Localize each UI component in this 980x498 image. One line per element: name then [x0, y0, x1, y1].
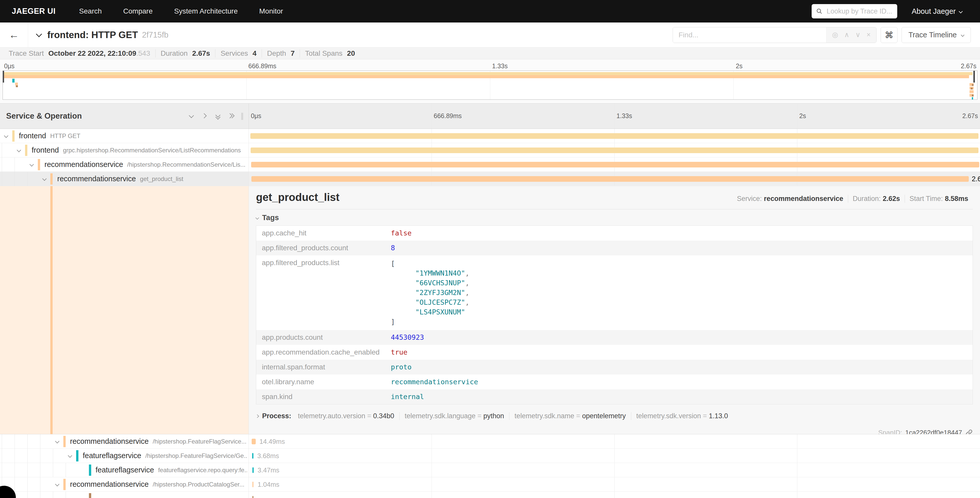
span-operation: HTTP GET [50, 132, 80, 140]
span-timeline-cell[interactable]: 3.68ms [249, 449, 980, 463]
span-duration-bar[interactable] [251, 147, 978, 153]
span-name-cell[interactable]: featureflagservice featureflagservice.re… [0, 463, 249, 477]
process-section-toggle[interactable]: Process: telemetry.auto.version0.34b0 te… [256, 412, 973, 420]
json-list-item: 1YMWWN1N4O [391, 268, 967, 278]
nav-item-monitor[interactable]: Monitor [248, 7, 294, 15]
process-item: telemetry.sdk.version1.13.0 [631, 412, 733, 420]
collapse-one-icon[interactable] [189, 113, 194, 119]
span-duration-bar[interactable] [251, 162, 980, 168]
minimap-drag-handle-left[interactable] [3, 71, 4, 83]
expand-collapse-controls [189, 113, 234, 119]
span-timeline-cell[interactable]: 2.62s [249, 172, 980, 186]
tags-section-label: Tags [262, 214, 279, 222]
span-operation: /hipstershop.ProductCatalogSer... [153, 481, 245, 488]
find-clear-icon[interactable]: × [867, 32, 871, 38]
find-next-icon[interactable]: ∨ [855, 32, 861, 38]
tags-section-toggle[interactable]: Tags [256, 214, 973, 222]
minimap-span-bar [12, 79, 14, 83]
minimap-canvas[interactable] [3, 70, 977, 100]
span-timeline-cell[interactable]: 14.49ms [249, 434, 980, 449]
span-duration-label: 3.47ms [258, 466, 279, 474]
span-duration-bar[interactable] [250, 133, 979, 139]
span-name-cell[interactable]: frontend HTTP GET [0, 129, 249, 143]
span-row[interactable]: featureflagservice featureflagservice.re… [0, 463, 980, 477]
tag-key: app.filtered_products.list [256, 255, 385, 330]
span-row-selected[interactable]: recommendationservice get_product_list 2… [0, 172, 980, 186]
span-row[interactable]: recommendationservice /hipstershop.Featu… [0, 434, 980, 449]
span-name-cell[interactable] [0, 492, 249, 498]
span-name-cell[interactable]: featureflagservice /hipstershop.FeatureF… [0, 449, 249, 463]
tag-key: app.cache_hit [256, 226, 385, 241]
span-duration-bar[interactable] [251, 439, 256, 444]
about-jaeger-menu[interactable]: About Jaeger [912, 7, 962, 16]
json-list-item: 2ZYFJ3GM2N [391, 288, 967, 298]
span-row[interactable]: featureflagservice /hipstershop.FeatureF… [0, 449, 980, 463]
trace-lookup-search[interactable] [811, 4, 897, 18]
find-prev-icon[interactable]: ∧ [844, 32, 850, 38]
span-timeline-cell[interactable] [249, 143, 980, 157]
top-nav: JAEGER UI Search Compare System Architec… [0, 0, 980, 22]
span-duration-bar[interactable] [252, 453, 253, 459]
back-button[interactable]: ← [0, 22, 28, 47]
span-timeline-cell[interactable] [249, 129, 980, 143]
service-color-accent [50, 186, 52, 434]
span-duration-bar[interactable] [252, 496, 253, 498]
tag-row: app.recommendation.cache_enabled true [256, 345, 973, 360]
nav-item-compare[interactable]: Compare [112, 7, 163, 15]
indent-guide [27, 492, 28, 498]
tag-key: app.filtered_products.count [256, 241, 385, 255]
expand-all-icon[interactable] [229, 113, 234, 119]
span-name-cell[interactable]: recommendationservice /hipstershop.Produ… [0, 477, 249, 492]
locate-icon[interactable]: ◎ [832, 32, 838, 38]
span-timeline-cell[interactable]: 1.04ms [249, 477, 980, 492]
trace-lookup-input[interactable] [827, 7, 893, 15]
span-duration-bar[interactable] [252, 467, 254, 473]
span-row-partial[interactable] [0, 492, 980, 498]
app-logo[interactable]: JAEGER UI [12, 6, 56, 16]
tag-row: app.cache_hit false [256, 226, 973, 241]
span-detail-indent [0, 186, 249, 434]
about-jaeger-label: About Jaeger [912, 7, 956, 16]
span-name-cell[interactable]: recommendationservice /hipstershop.Featu… [0, 434, 249, 449]
trace-total-spans: Total Spans 20 [300, 49, 360, 57]
link-icon[interactable] [965, 429, 973, 434]
span-name-cell[interactable]: frontend grpc.hipstershop.Recommendation… [0, 143, 249, 157]
nav-item-system-architecture[interactable]: System Architecture [164, 7, 248, 15]
collapse-trace-chevron-icon[interactable] [36, 31, 42, 37]
keyboard-shortcuts-button[interactable]: ⌘ [881, 27, 897, 43]
find-input[interactable] [673, 27, 826, 43]
span-timeline-cell[interactable] [249, 492, 980, 498]
trace-summary-bar: Trace Start October 22 2022, 22:10:09.54… [0, 47, 980, 59]
span-duration-bar[interactable] [252, 482, 253, 487]
tick-label: 2s [799, 112, 806, 120]
trace-view-selector[interactable]: Trace Timeline [902, 27, 971, 43]
tick-label: 1.33s [616, 112, 632, 120]
search-icon [816, 8, 822, 15]
nav-item-search[interactable]: Search [68, 7, 113, 15]
span-duration-label: 1.04ms [258, 480, 279, 488]
span-id-label: SpanID: [878, 429, 902, 434]
span-operation: grpc.hipstershop.RecommendationService/L… [63, 147, 241, 154]
collapse-all-icon[interactable] [215, 113, 221, 119]
span-service: recommendationservice [57, 175, 136, 183]
indent-guide [40, 492, 40, 498]
span-operation: featureflagservice.repo.query:fe... [158, 466, 247, 474]
span-row[interactable]: recommendationservice /hipstershop.Produ… [0, 477, 980, 492]
trace-id: 2f715fb [142, 30, 169, 40]
minimap-span-bar [972, 97, 973, 99]
minimap-span-bar [972, 94, 974, 96]
minimap-drag-handle-right[interactable] [974, 71, 975, 83]
span-duration-bar[interactable] [251, 176, 969, 182]
span-row[interactable]: recommendationservice /hipstershop.Recom… [0, 158, 980, 172]
span-timeline-cell[interactable]: 3.47ms [249, 463, 980, 477]
span-operation: /hipstershop.RecommendationService/Lis..… [127, 161, 245, 168]
span-name-cell[interactable]: recommendationservice /hipstershop.Recom… [0, 158, 249, 172]
span-timeline-cell[interactable] [249, 158, 980, 172]
column-resize-grip[interactable] [242, 113, 243, 120]
expand-one-icon[interactable] [202, 113, 208, 119]
span-row[interactable]: frontend HTTP GET [0, 129, 980, 143]
span-name-cell[interactable]: recommendationservice get_product_list [0, 172, 249, 186]
trace-header: ← frontend: HTTP GET 2f715fb ◎ ∧ ∨ × ⌘ T… [0, 22, 980, 47]
span-row[interactable]: frontend grpc.hipstershop.Recommendation… [0, 143, 980, 158]
tag-row: span.kind internal [256, 389, 973, 404]
